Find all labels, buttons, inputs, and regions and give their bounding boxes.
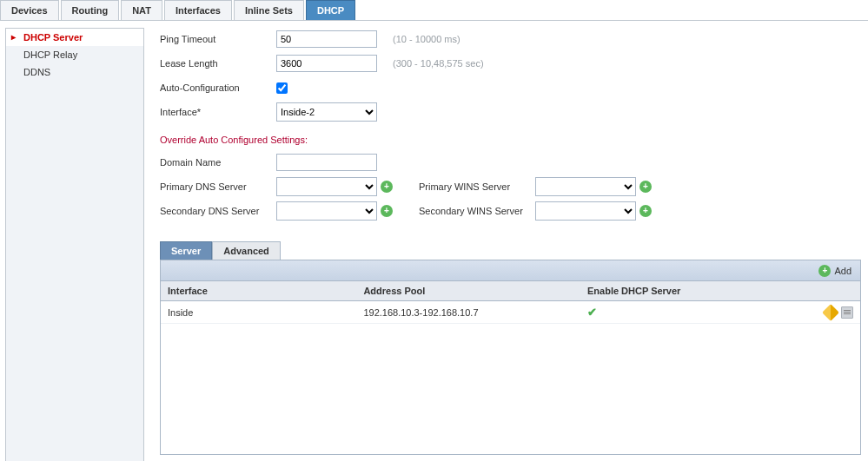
cell-address-pool: 192.168.10.3-192.168.10.7 bbox=[356, 301, 580, 324]
secondary-wins-select[interactable] bbox=[535, 201, 636, 221]
add-secondary-wins-icon[interactable]: + bbox=[639, 205, 652, 217]
col-enable: Enable DHCP Server bbox=[580, 281, 805, 301]
col-address-pool: Address Pool bbox=[356, 281, 580, 301]
side-item-dhcp-server[interactable]: DHCP Server bbox=[6, 29, 143, 46]
add-primary-wins-icon[interactable]: + bbox=[639, 181, 652, 193]
lease-length-label: Lease Length bbox=[160, 58, 276, 69]
tab-inline-sets[interactable]: Inline Sets bbox=[234, 0, 304, 20]
delete-icon[interactable] bbox=[841, 306, 853, 319]
ping-timeout-label: Ping Timeout bbox=[160, 34, 276, 44]
tab-dhcp[interactable]: DHCP bbox=[306, 0, 355, 20]
interface-select[interactable]: Inside-2 bbox=[276, 102, 377, 122]
secondary-wins-label: Secondary WINS Server bbox=[419, 206, 535, 216]
cell-interface: Inside bbox=[161, 301, 356, 324]
add-button[interactable]: + Add bbox=[818, 265, 851, 277]
subtab-advanced[interactable]: Advanced bbox=[212, 241, 281, 260]
tab-devices[interactable]: Devices bbox=[0, 0, 59, 20]
override-section-title: Override Auto Configured Settings: bbox=[160, 134, 861, 146]
top-tab-bar: Devices Routing NAT Interfaces Inline Se… bbox=[0, 0, 868, 21]
interface-label: Interface* bbox=[160, 107, 276, 117]
col-interface: Interface bbox=[161, 281, 356, 301]
primary-dns-label: Primary DNS Server bbox=[160, 181, 276, 192]
ping-timeout-input[interactable] bbox=[276, 30, 377, 48]
ping-timeout-hint: (10 - 10000 ms) bbox=[393, 34, 461, 44]
lease-length-input[interactable] bbox=[276, 55, 377, 72]
primary-dns-select[interactable] bbox=[276, 177, 377, 196]
server-panel: + Add Interface Address Pool Enable DHCP… bbox=[160, 260, 861, 455]
server-toolbar: + Add bbox=[161, 260, 860, 281]
side-nav: DHCP Server DHCP Relay DDNS bbox=[5, 28, 144, 461]
domain-name-label: Domain Name bbox=[160, 157, 276, 168]
edit-icon[interactable] bbox=[822, 304, 839, 321]
auto-config-label: Auto-Configuration bbox=[160, 82, 276, 93]
add-secondary-dns-icon[interactable]: + bbox=[381, 205, 393, 217]
tab-routing[interactable]: Routing bbox=[61, 0, 120, 20]
primary-wins-select[interactable] bbox=[535, 177, 636, 196]
check-icon: ✔ bbox=[587, 306, 597, 319]
auto-config-checkbox[interactable] bbox=[276, 82, 288, 94]
lease-length-hint: (300 - 10,48,575 sec) bbox=[393, 58, 484, 69]
table-row[interactable]: Inside 192.168.10.3-192.168.10.7 ✔ bbox=[161, 301, 860, 324]
tab-interfaces[interactable]: Interfaces bbox=[164, 0, 232, 20]
tab-nat[interactable]: NAT bbox=[121, 0, 162, 20]
server-tab-bar: Server Advanced bbox=[160, 241, 861, 260]
primary-wins-label: Primary WINS Server bbox=[419, 181, 535, 192]
content-area: Ping Timeout (10 - 10000 ms) Lease Lengt… bbox=[144, 21, 868, 461]
subtab-server[interactable]: Server bbox=[160, 241, 212, 260]
table-empty-area bbox=[161, 324, 860, 454]
cell-enabled: ✔ bbox=[580, 301, 805, 324]
secondary-dns-select[interactable] bbox=[276, 201, 377, 221]
side-item-ddns[interactable]: DDNS bbox=[6, 63, 143, 81]
server-table: Interface Address Pool Enable DHCP Serve… bbox=[161, 281, 860, 324]
domain-name-input[interactable] bbox=[276, 154, 377, 171]
add-primary-dns-icon[interactable]: + bbox=[381, 181, 393, 193]
add-icon: + bbox=[818, 265, 831, 277]
secondary-dns-label: Secondary DNS Server bbox=[160, 206, 276, 216]
side-item-dhcp-relay[interactable]: DHCP Relay bbox=[6, 46, 143, 63]
add-label: Add bbox=[834, 266, 851, 276]
